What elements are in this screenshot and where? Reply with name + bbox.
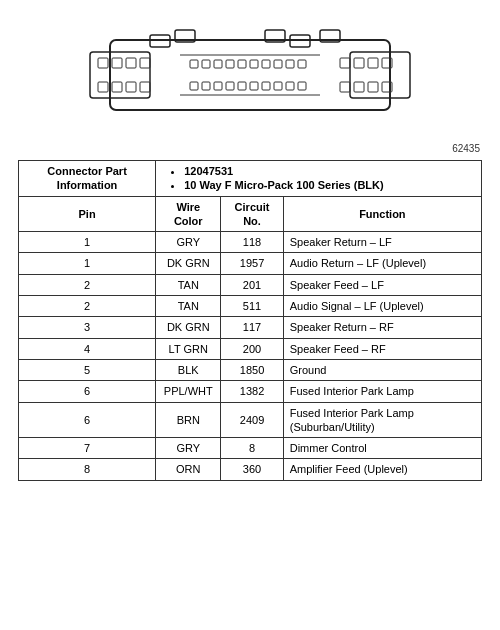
function-cell: Speaker Feed – RF [283, 338, 481, 359]
table-row: 6BRN2409Fused Interior Park Lamp (Suburb… [19, 402, 482, 438]
svg-rect-9 [126, 82, 136, 92]
circuit-no-cell: 2409 [221, 402, 283, 438]
function-cell: Fused Interior Park Lamp (Suburban/Utili… [283, 402, 481, 438]
connector-description: 10 Way F Micro-Pack 100 Series (BLK) [184, 178, 476, 192]
circuit-no-cell: 8 [221, 438, 283, 459]
circuit-no-cell: 1850 [221, 359, 283, 380]
svg-rect-3 [98, 58, 108, 68]
svg-rect-40 [298, 82, 306, 90]
pin-cell: 4 [19, 338, 156, 359]
function-cell: Ground [283, 359, 481, 380]
svg-rect-12 [354, 58, 364, 68]
svg-rect-15 [340, 82, 350, 92]
svg-rect-36 [250, 82, 258, 90]
table-row: 2TAN201Speaker Feed – LF [19, 274, 482, 295]
wire-color-cell: LT GRN [156, 338, 221, 359]
svg-rect-39 [286, 82, 294, 90]
pin-col-header: Pin [19, 196, 156, 232]
pin-cell: 5 [19, 359, 156, 380]
table-row: 3DK GRN117Speaker Return – RF [19, 317, 482, 338]
svg-rect-31 [190, 82, 198, 90]
function-cell: Speaker Return – LF [283, 232, 481, 253]
pin-cell: 2 [19, 296, 156, 317]
part-number: 12047531 [184, 164, 476, 178]
connector-info-header: Connector Part Information [19, 161, 156, 197]
svg-rect-7 [98, 82, 108, 92]
circuit-no-cell: 1957 [221, 253, 283, 274]
connector-svg [80, 15, 420, 145]
svg-rect-4 [112, 58, 122, 68]
svg-rect-25 [238, 60, 246, 68]
wire-color-cell: TAN [156, 274, 221, 295]
wire-color-cell: PPL/WHT [156, 381, 221, 402]
svg-rect-29 [286, 60, 294, 68]
svg-rect-8 [112, 82, 122, 92]
wire-color-cell: BLK [156, 359, 221, 380]
svg-rect-24 [226, 60, 234, 68]
circuit-no-col-header: Circuit No. [221, 196, 283, 232]
svg-rect-26 [250, 60, 258, 68]
svg-rect-38 [274, 82, 282, 90]
function-cell: Dimmer Control [283, 438, 481, 459]
svg-rect-33 [214, 82, 222, 90]
wire-color-cell: DK GRN [156, 253, 221, 274]
pin-cell: 8 [19, 459, 156, 480]
pin-cell: 6 [19, 381, 156, 402]
pin-cell: 2 [19, 274, 156, 295]
circuit-no-cell: 201 [221, 274, 283, 295]
svg-rect-28 [274, 60, 282, 68]
pin-cell: 7 [19, 438, 156, 459]
wire-color-cell: ORN [156, 459, 221, 480]
circuit-no-cell: 511 [221, 296, 283, 317]
wire-color-cell: TAN [156, 296, 221, 317]
circuit-no-cell: 117 [221, 317, 283, 338]
svg-rect-5 [126, 58, 136, 68]
connector-spec-header: 12047531 10 Way F Micro-Pack 100 Series … [156, 161, 482, 197]
wire-color-cell: GRY [156, 232, 221, 253]
svg-rect-0 [110, 40, 390, 110]
pin-cell: 3 [19, 317, 156, 338]
circuit-no-cell: 360 [221, 459, 283, 480]
function-cell: Speaker Feed – LF [283, 274, 481, 295]
wire-color-cell: DK GRN [156, 317, 221, 338]
connector-diagram: 62435 [0, 0, 500, 160]
svg-rect-34 [226, 82, 234, 90]
pin-cell: 1 [19, 253, 156, 274]
circuit-no-cell: 1382 [221, 381, 283, 402]
svg-rect-37 [262, 82, 270, 90]
svg-rect-10 [140, 82, 150, 92]
svg-rect-30 [298, 60, 306, 68]
circuit-no-cell: 118 [221, 232, 283, 253]
function-col-header: Function [283, 196, 481, 232]
function-cell: Audio Return – LF (Uplevel) [283, 253, 481, 274]
circuit-no-cell: 200 [221, 338, 283, 359]
function-cell: Fused Interior Park Lamp [283, 381, 481, 402]
connector-table: Connector Part Information 12047531 10 W… [18, 160, 482, 481]
table-row: 1GRY118Speaker Return – LF [19, 232, 482, 253]
wire-color-col-header: Wire Color [156, 196, 221, 232]
wire-color-cell: BRN [156, 402, 221, 438]
svg-rect-23 [214, 60, 222, 68]
table-row: 2TAN511Audio Signal – LF (Uplevel) [19, 296, 482, 317]
table-row: 4LT GRN200Speaker Feed – RF [19, 338, 482, 359]
reference-number: 62435 [452, 143, 480, 154]
svg-rect-16 [354, 82, 364, 92]
svg-rect-6 [140, 58, 150, 68]
function-cell: Audio Signal – LF (Uplevel) [283, 296, 481, 317]
pin-cell: 1 [19, 232, 156, 253]
pin-cell: 6 [19, 402, 156, 438]
svg-rect-27 [262, 60, 270, 68]
table-row: 6PPL/WHT1382Fused Interior Park Lamp [19, 381, 482, 402]
svg-rect-32 [202, 82, 210, 90]
wire-color-cell: GRY [156, 438, 221, 459]
svg-rect-13 [368, 58, 378, 68]
svg-rect-17 [368, 82, 378, 92]
function-cell: Speaker Return – RF [283, 317, 481, 338]
function-cell: Amplifier Feed (Uplevel) [283, 459, 481, 480]
svg-rect-2 [350, 52, 410, 98]
svg-rect-35 [238, 82, 246, 90]
table-row: 5BLK1850Ground [19, 359, 482, 380]
connector-table-wrapper: Connector Part Information 12047531 10 W… [0, 160, 500, 491]
svg-rect-1 [90, 52, 150, 98]
svg-rect-11 [340, 58, 350, 68]
